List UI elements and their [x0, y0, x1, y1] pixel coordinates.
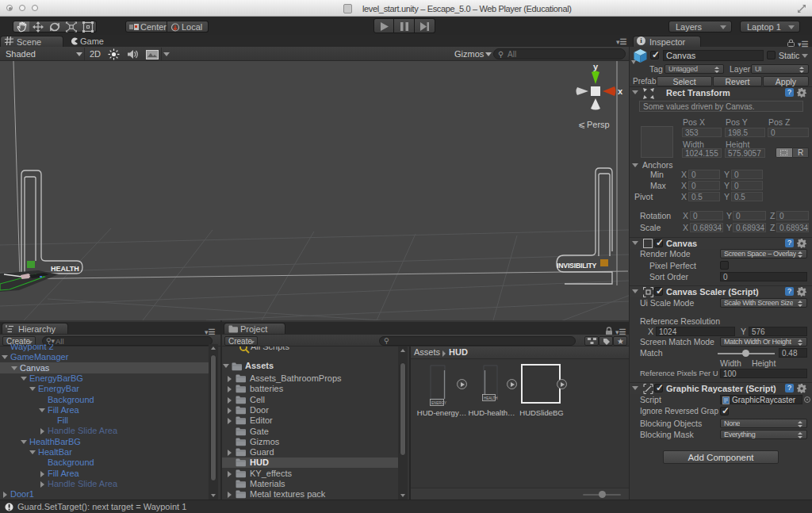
svg-text:INVISIBILITY: INVISIBILITY: [557, 262, 597, 270]
svg-text:HEALTH: HEALTH: [484, 396, 497, 400]
svg-text:ENERGY: ENERGY: [431, 401, 446, 405]
svg-text:Persp: Persp: [587, 120, 610, 129]
svg-text:⩽: ⩽: [578, 120, 585, 129]
svg-text:HEALTH: HEALTH: [51, 265, 79, 273]
svg-text:y: y: [593, 62, 599, 71]
svg-text:x: x: [618, 86, 623, 96]
